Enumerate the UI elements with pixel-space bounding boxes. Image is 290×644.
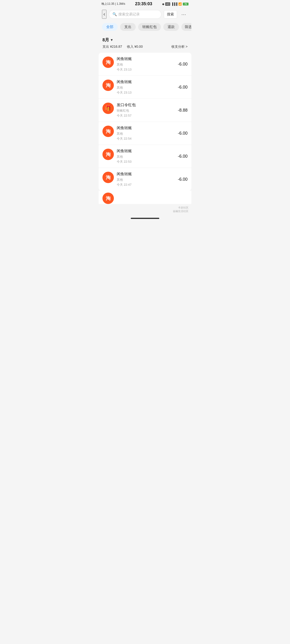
transaction-category: 其他 (117, 132, 178, 136)
transaction-amount: -6.00 (178, 154, 188, 159)
taobao-icon: 淘 (106, 128, 111, 135)
transaction-info: 闲鱼转账其他今天 23:13 (117, 80, 178, 95)
transaction-icon: 淘 (102, 172, 114, 183)
month-row: 8月 ▼ (102, 37, 188, 43)
transaction-icon: 淘 (102, 149, 114, 160)
transaction-time: 今天 22:54 (117, 136, 178, 141)
wifi-icon: 📶 (178, 2, 182, 6)
bottom-bar (99, 215, 191, 224)
transaction-amount: -6.00 (178, 131, 188, 136)
watermark-sub: 金融生活社区 (173, 210, 188, 212)
transaction-info: 闲鱼转账其他今天 23:13 (117, 56, 178, 72)
home-indicator (131, 218, 159, 219)
transaction-info: 闲鱼转账其他今天 22:47 (117, 172, 178, 187)
transaction-item[interactable]: 淘闲鱼转账其他今天 22:47-6.00 (99, 168, 191, 191)
transaction-list: 淘闲鱼转账其他今天 23:13-6.00淘闲鱼转账其他今天 23:13-6.00… (99, 53, 191, 191)
status-time-left: 晚上11:35 | 1.3M/s (102, 2, 125, 6)
transaction-item[interactable]: 🎁发口令红包转账红包今天 22:57-8.88 (99, 99, 191, 122)
transaction-amount: -6.00 (178, 62, 188, 67)
taobao-icon: 淘 (106, 82, 111, 88)
analysis-link[interactable]: 收支分析 > (171, 45, 188, 49)
transaction-item[interactable]: 淘闲鱼转账其他今天 22:54-6.00 (99, 122, 191, 145)
partial-icon: 淘 (102, 192, 114, 204)
filter-dropdown[interactable]: 筛选 ▼ (181, 23, 191, 31)
transaction-icon: 淘 (102, 80, 114, 91)
filter-tabs: 全部 支出 转账红包 退款 筛选 ▼ (99, 21, 191, 33)
summary-row: 支出 ¥216.87 收入 ¥0.00 收支分析 > (102, 45, 188, 49)
transaction-icon: 淘 (102, 56, 114, 68)
transaction-category: 其他 (117, 62, 178, 67)
transaction-category: 其他 (117, 86, 178, 90)
partial-icon-label: 淘 (106, 195, 111, 202)
transaction-item[interactable]: 淘闲鱼转账其他今天 23:13-6.00 (99, 76, 191, 99)
transaction-info: 发口令红包转账红包今天 22:57 (117, 102, 178, 118)
status-left: 晚上11:35 | 1.3M/s (102, 2, 125, 6)
watermark: 卡农社区 金融生活社区 (99, 204, 191, 215)
back-button[interactable]: ‹ (102, 10, 107, 19)
status-time-center: 23:35:03 (135, 2, 152, 6)
transaction-title: 闲鱼转账 (117, 80, 178, 84)
transaction-time: 今天 22:47 (117, 182, 178, 187)
summary-amounts: 支出 ¥216.87 收入 ¥0.00 (102, 45, 143, 49)
transaction-amount: -6.00 (178, 177, 188, 182)
filter-label: 筛选 (185, 25, 191, 29)
bluetooth-icon: ◆ (162, 2, 164, 6)
month-section: 8月 ▼ 支出 ¥216.87 收入 ¥0.00 收支分析 > (99, 33, 191, 53)
status-bar: 晚上11:35 | 1.3M/s 23:35:03 ◆ HD ▐▐▐ 📶 75 (99, 0, 191, 8)
search-input-placeholder: 搜索交易记录 (118, 12, 140, 16)
transaction-time: 今天 23:13 (117, 68, 178, 72)
transaction-info: 闲鱼转账其他今天 22:53 (117, 149, 178, 164)
expense-summary: 支出 ¥216.87 (102, 45, 122, 49)
tab-refund[interactable]: 退款 (163, 23, 179, 31)
transaction-category: 其他 (117, 178, 178, 182)
transaction-icon: 淘 (102, 126, 114, 137)
transaction-title: 闲鱼转账 (117, 149, 178, 154)
transaction-info: 闲鱼转账其他今天 22:54 (117, 126, 178, 141)
transaction-item[interactable]: 淘闲鱼转账其他今天 23:13-6.00 (99, 53, 191, 76)
hd-badge: HD (165, 2, 170, 6)
month-title[interactable]: 8月 (102, 37, 109, 43)
taobao-icon: 淘 (106, 151, 111, 158)
transaction-category: 其他 (117, 154, 178, 159)
search-icon: 🔍 (112, 12, 117, 16)
status-right: ◆ HD ▐▐▐ 📶 75 (162, 2, 188, 6)
transaction-icon: 🎁 (102, 102, 114, 114)
taobao-icon: 淘 (106, 174, 111, 181)
transaction-item[interactable]: 淘闲鱼转账其他今天 22:53-6.00 (99, 145, 191, 168)
transaction-amount: -6.00 (178, 85, 188, 90)
transaction-title: 闲鱼转账 (117, 172, 178, 177)
tab-transfer[interactable]: 转账红包 (138, 23, 161, 31)
transaction-title: 闲鱼转账 (117, 126, 178, 130)
transaction-time: 今天 22:57 (117, 114, 178, 118)
transaction-title: 发口令红包 (117, 102, 178, 108)
income-summary: 收入 ¥0.00 (127, 45, 143, 49)
search-bar[interactable]: 🔍 搜索交易记录 (109, 10, 161, 19)
partial-transaction-item[interactable]: 淘 (99, 191, 191, 204)
tab-all[interactable]: 全部 (102, 23, 118, 31)
transaction-time: 今天 22:53 (117, 160, 178, 164)
more-button[interactable]: ··· (179, 11, 188, 18)
tab-expense[interactable]: 支出 (120, 23, 136, 31)
battery-indicator: 75 (183, 2, 188, 6)
search-button[interactable]: 搜索 (164, 10, 177, 18)
taobao-icon: 淘 (106, 59, 111, 66)
signal-icon: ▐▐▐ (171, 2, 177, 6)
hongbao-icon: 🎁 (105, 105, 112, 111)
transaction-time: 今天 23:13 (117, 90, 178, 95)
header: ‹ 🔍 搜索交易记录 搜索 ··· (99, 8, 191, 21)
transaction-category: 转账红包 (117, 108, 178, 113)
transaction-title: 闲鱼转账 (117, 56, 178, 62)
month-dropdown-icon: ▼ (110, 38, 113, 42)
transaction-amount: -8.88 (178, 108, 188, 113)
watermark-text: 卡农社区 (178, 206, 188, 209)
